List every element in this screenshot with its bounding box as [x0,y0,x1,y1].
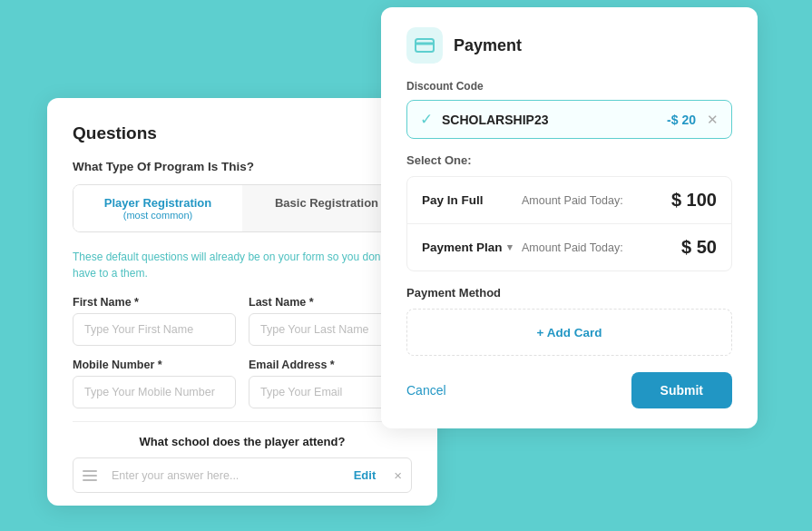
mobile-label: Mobile Number * [73,359,236,371]
player-registration-label: Player Registration [83,196,233,210]
add-card-label: + Add Card [537,326,602,339]
payment-header: Payment [406,27,732,64]
discount-close-icon[interactable]: ✕ [707,112,719,128]
payment-plan-option[interactable]: Payment Plan ▾ Amount Paid Today: $ 50 [407,224,731,270]
svg-rect-1 [416,43,434,45]
payment-icon [406,27,443,64]
school-question: What school does the player attend? [73,435,412,448]
basic-registration-label: Basic Registration [251,196,402,210]
payment-footer: Cancel Submit [406,372,732,408]
cancel-button[interactable]: Cancel [406,383,446,398]
player-registration-sub: (most common) [83,210,233,221]
payment-plan-price: $ 50 [681,237,717,258]
name-row: First Name * Last Name * [73,296,412,346]
questions-title: Questions [73,123,412,143]
discount-label: Discount Code [406,80,732,93]
school-input[interactable] [106,460,345,491]
payment-plan-label: Payment Plan ▾ [422,241,522,254]
school-section: What school does the player attend? Edit… [73,421,412,506]
pay-in-full-label: Pay In Full [422,193,522,207]
pay-in-full-price: $ 100 [671,190,717,211]
svg-rect-0 [416,39,434,52]
payment-method-label: Payment Method [406,286,732,300]
program-type-question: What Type Of Program Is This? [73,160,412,173]
default-note: These default questions will already be … [73,249,412,281]
first-name-input[interactable] [73,313,236,346]
discount-check-icon: ✓ [420,110,433,129]
payment-card: Payment Discount Code ✓ SCHOLARSHIP23 -$… [381,7,758,428]
add-card-box[interactable]: + Add Card [406,309,732,356]
drag-handle-icon[interactable] [73,461,106,490]
mobile-field: Mobile Number * [73,359,236,408]
player-registration-option[interactable]: Player Registration (most common) [73,185,242,231]
contact-row: Mobile Number * Email Address * [73,359,412,408]
edit-button[interactable]: Edit [345,459,386,491]
submit-button[interactable]: Submit [631,372,732,408]
payment-title: Payment [454,36,522,55]
payment-options: Pay In Full Amount Paid Today: $ 100 Pay… [406,176,732,271]
program-options: Player Registration (most common) Basic … [73,184,412,232]
first-name-label: First Name * [73,296,236,309]
payment-plan-meta: Amount Paid Today: [522,241,681,254]
school-input-row: Edit × [73,457,412,493]
questions-card: Questions What Type Of Program Is This? … [47,98,437,506]
select-one-label: Select One: [406,153,732,167]
discount-amount: -$ 20 [667,113,696,127]
close-school-button[interactable]: × [385,458,411,492]
pay-in-full-meta: Amount Paid Today: [522,194,671,207]
mobile-input[interactable] [73,376,236,408]
discount-row: ✓ SCHOLARSHIP23 -$ 20 ✕ [406,100,732,139]
first-name-field: First Name * [73,296,236,346]
pay-in-full-option[interactable]: Pay In Full Amount Paid Today: $ 100 [407,177,731,224]
payment-plan-chevron-icon: ▾ [507,241,513,253]
discount-code: SCHOLARSHIP23 [442,113,667,127]
